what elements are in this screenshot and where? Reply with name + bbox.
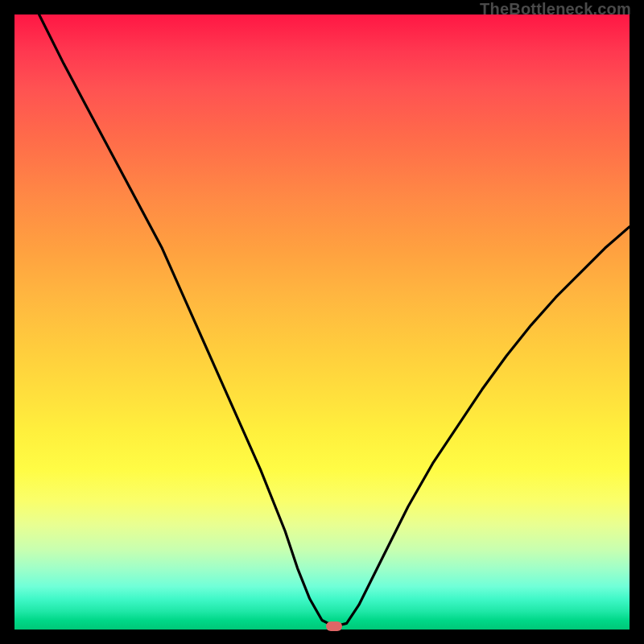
optimal-point-marker: [326, 621, 342, 631]
bottleneck-curve: [39, 14, 630, 626]
watermark-text: TheBottleneck.com: [480, 0, 631, 19]
plot-area: [14, 14, 630, 630]
chart-container: TheBottleneck.com: [0, 0, 644, 644]
curve-svg: [14, 14, 630, 630]
